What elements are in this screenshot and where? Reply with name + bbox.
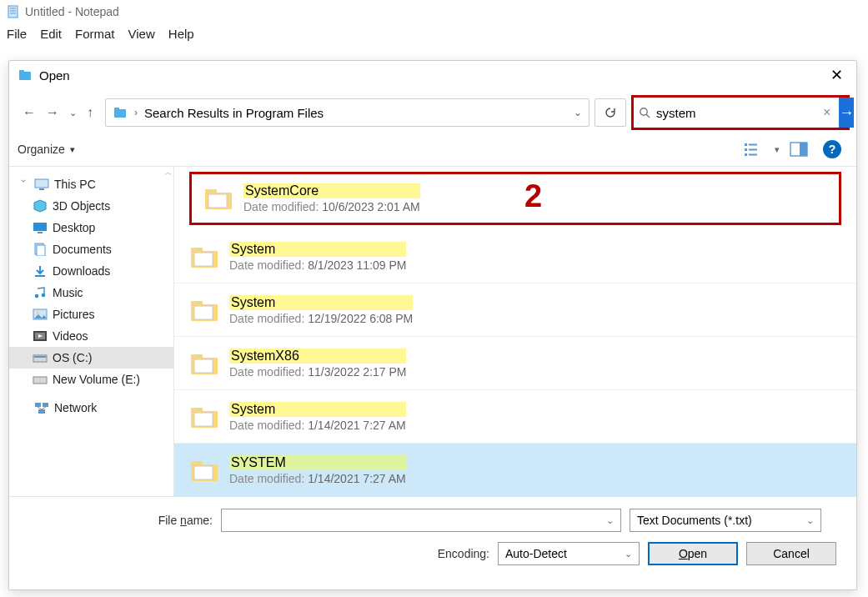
svg-rect-36: [38, 409, 45, 414]
cancel-button-label: Cancel: [773, 547, 810, 560]
filter-value: Text Documents (*.txt): [637, 514, 752, 527]
svg-rect-15: [749, 154, 757, 156]
svg-rect-44: [194, 253, 213, 266]
encoding-dropdown[interactable]: Auto-Detect ⌄: [498, 542, 640, 565]
nav-forward-button[interactable]: →: [46, 105, 59, 120]
menu-file[interactable]: File: [7, 27, 27, 42]
svg-rect-13: [749, 149, 757, 151]
chevron-down-icon[interactable]: ▾: [775, 144, 780, 155]
svg-rect-35: [43, 403, 48, 407]
file-row[interactable]: System Date modified: 12/19/2022 6:08 PM: [174, 283, 856, 337]
breadcrumb[interactable]: Search Results in Program Files: [144, 106, 324, 120]
expand-icon[interactable]: ›: [19, 179, 29, 189]
dialog-titlebar: Open ✕: [9, 61, 856, 89]
organize-label: Organize: [18, 143, 65, 156]
close-button[interactable]: ✕: [825, 66, 848, 84]
svg-rect-10: [745, 143, 747, 146]
sidebar-this-pc[interactable]: › This PC: [9, 173, 173, 195]
nav-row: ← → ⌄ ↑ › Search Results in Program File…: [9, 89, 856, 136]
nav-up-button[interactable]: ↑: [87, 105, 93, 120]
chevron-down-icon: ⌄: [606, 515, 614, 526]
menu-help[interactable]: Help: [168, 27, 194, 42]
sidebar-item-label: Pictures: [53, 308, 95, 321]
svg-rect-19: [39, 188, 44, 190]
filename-input[interactable]: ⌄: [221, 509, 621, 532]
sidebar-item-os-c[interactable]: OS (C:): [9, 347, 173, 369]
encoding-label: Encoding:: [438, 547, 489, 560]
menubar: File Edit Format View Help: [0, 23, 868, 45]
sidebar-item-label: Network: [54, 401, 97, 414]
file-date: Date modified: 1/14/2021 7:27 AM: [229, 419, 406, 432]
folder-icon: [189, 298, 219, 323]
clear-search-button[interactable]: ×: [820, 105, 834, 120]
scroll-up-icon[interactable]: ︿: [164, 167, 173, 178]
sidebar-item-label: Downloads: [53, 264, 110, 278]
sidebar-item-desktop[interactable]: Desktop: [9, 217, 173, 238]
menu-view[interactable]: View: [128, 27, 155, 42]
svg-rect-20: [33, 223, 47, 231]
organize-menu[interactable]: Organize ▾: [18, 143, 75, 156]
preview-pane-button[interactable]: [790, 142, 808, 157]
svg-rect-40: [205, 189, 217, 194]
notepad-title-text: Untitled - Notepad: [25, 5, 119, 18]
file-date: Date modified: 11/3/2022 2:17 PM: [229, 365, 406, 379]
open-button[interactable]: Open: [648, 542, 738, 565]
svg-line-9: [646, 114, 650, 118]
svg-rect-4: [19, 72, 31, 80]
file-filter-dropdown[interactable]: Text Documents (*.txt) ⌄: [630, 509, 821, 532]
file-row[interactable]: System Date modified: 8/1/2023 11:09 PM: [174, 230, 856, 283]
sidebar-item-label: Desktop: [53, 221, 95, 234]
sidebar-item-label: This PC: [54, 178, 96, 191]
refresh-button[interactable]: [595, 98, 626, 127]
nav-recent-button[interactable]: ⌄: [69, 108, 77, 118]
file-date: Date modified: 10/6/2023 2:01 AM: [243, 200, 420, 213]
svg-rect-52: [191, 408, 203, 413]
sidebar-item-pictures[interactable]: Pictures: [9, 304, 173, 325]
search-input[interactable]: [656, 106, 815, 120]
pictures-icon: [33, 308, 48, 321]
sidebar-item-downloads[interactable]: Downloads: [9, 260, 173, 282]
file-row-highlight[interactable]: SystemCore Date modified: 10/6/2023 2:01…: [189, 172, 841, 225]
sidebar-item-3d-objects[interactable]: 3D Objects: [9, 195, 173, 217]
sidebar-item-documents[interactable]: Documents: [9, 238, 173, 260]
help-button[interactable]: ?: [823, 140, 841, 158]
folder-icon: [189, 244, 219, 269]
address-bar[interactable]: › Search Results in Program Files ⌄: [105, 98, 590, 127]
svg-rect-21: [38, 232, 43, 233]
nav-back-button[interactable]: ←: [23, 105, 36, 120]
svg-rect-34: [35, 403, 41, 407]
sidebar-item-videos[interactable]: Videos: [9, 325, 173, 347]
file-list: 2 SystemCore Date modified: 10/6/2023 2:…: [174, 167, 856, 496]
search-go-button[interactable]: →: [839, 98, 854, 128]
file-row[interactable]: SystemX86 Date modified: 11/3/2022 2:17 …: [174, 337, 856, 390]
svg-rect-0: [8, 6, 18, 18]
cube-icon: [33, 199, 48, 213]
sidebar-item-music[interactable]: Music: [9, 282, 173, 304]
svg-rect-5: [19, 70, 24, 73]
file-date: Date modified: 12/19/2022 6:08 PM: [229, 312, 413, 325]
view-options-button[interactable]: [745, 142, 765, 157]
svg-line-38: [42, 407, 46, 409]
svg-rect-33: [33, 377, 47, 384]
sidebar-item-label: Documents: [53, 243, 112, 256]
file-name: SYSTEM: [229, 455, 406, 470]
open-button-label: Open: [679, 547, 707, 560]
sidebar-item-label: Videos: [53, 329, 88, 343]
svg-rect-46: [191, 301, 203, 306]
file-row[interactable]: SYSTEM Date modified: 1/14/2021 7:27 AM: [174, 444, 856, 496]
cancel-button[interactable]: Cancel: [746, 542, 836, 565]
svg-rect-53: [194, 413, 213, 426]
file-row[interactable]: System Date modified: 1/14/2021 7:27 AM: [174, 390, 856, 444]
drive-icon: [33, 351, 48, 364]
body-row: ︿ › This PC 3D Objects Desktop Documents…: [9, 166, 856, 496]
svg-rect-50: [194, 359, 213, 373]
menu-edit[interactable]: Edit: [40, 27, 62, 42]
folder-icon: [203, 186, 233, 211]
sidebar-item-new-volume-e[interactable]: New Volume (E:): [9, 369, 173, 390]
menu-format[interactable]: Format: [75, 27, 115, 42]
network-icon: [34, 401, 49, 414]
search-icon: [639, 107, 651, 119]
address-dropdown-icon[interactable]: ⌄: [574, 107, 582, 118]
svg-rect-47: [194, 306, 213, 319]
sidebar-network[interactable]: Network: [9, 397, 173, 419]
